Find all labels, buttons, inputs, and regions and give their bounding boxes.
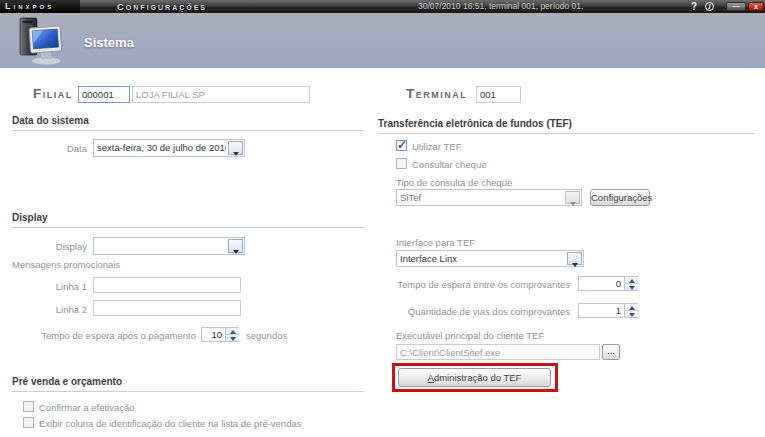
data-label: Data	[20, 143, 87, 154]
tempo-entre-comprovantes-stepper[interactable]: 0	[578, 276, 638, 291]
chevron-down-icon[interactable]	[567, 252, 582, 265]
app-logo: Linxpos	[0, 0, 80, 13]
tempo-espera-pagamento-stepper[interactable]: 10	[201, 327, 239, 342]
window-title: Configurações	[117, 0, 207, 13]
spinner-down-icon[interactable]	[625, 311, 638, 318]
section-pre-venda: Pré venda e orçamento	[12, 376, 364, 392]
titlebar: Linxpos Configurações 30/07/2010 16:51, …	[0, 0, 765, 13]
section-data-do-sistema: Data do sistema	[12, 115, 364, 131]
tempo-espera-pagamento-label: Tempo de espera após o pagamento	[10, 330, 196, 341]
spinner-down-icon[interactable]	[226, 335, 239, 342]
confirmar-efetivacao-checkbox[interactable]	[23, 401, 34, 412]
page-header: Sistema	[0, 13, 765, 68]
minimize-button[interactable]: —	[726, 2, 746, 11]
administracao-tef-button[interactable]: Administração do TEF	[398, 368, 551, 387]
display-combobox[interactable]	[93, 237, 245, 255]
quantidade-vias-stepper[interactable]: 1	[578, 303, 638, 318]
linha2-input[interactable]	[93, 300, 241, 316]
computer-icon	[14, 17, 68, 69]
section-tef: Transferência eletrônica de fundos (TEF)	[378, 118, 755, 134]
interface-tef-value: Interface Linx	[400, 251, 565, 266]
filial-name-input[interactable]	[132, 86, 310, 103]
filial-label: Filial	[33, 86, 73, 101]
info-icon[interactable]: i	[705, 2, 714, 11]
tipo-consulta-cheque-label: Tipo de consulta de cheque	[396, 177, 512, 188]
confirmar-efetivacao-label: Confirmar a efetivação	[39, 402, 135, 413]
help-icon[interactable]: ?	[688, 0, 700, 13]
configuracoes-window: Linxpos Configurações 30/07/2010 16:51, …	[0, 0, 765, 437]
executavel-cliente-tef-label: Executável principal do cliente TEF	[396, 330, 544, 341]
quantidade-vias-label: Quantidade de vias dos comprovantes	[380, 306, 570, 317]
consultar-cheque-label: Consultar cheque	[412, 159, 486, 170]
titlebar-status: 30/07/2010 16:51, terminal 001, período …	[418, 0, 583, 13]
exibir-coluna-label: Exibir coluna de identificação do client…	[39, 418, 301, 429]
section-display: Display	[12, 212, 364, 228]
tipo-consulta-cheque-combobox[interactable]: SiTef	[396, 189, 582, 206]
display-label: Display	[20, 241, 87, 252]
page-title: Sistema	[84, 35, 134, 50]
linha2-label: Linha 2	[20, 304, 87, 315]
spinner-down-icon[interactable]	[625, 284, 638, 291]
chevron-down-icon[interactable]	[565, 191, 580, 204]
interface-tef-combobox[interactable]: Interface Linx	[396, 250, 584, 267]
tempo-espera-pagamento-value: 10	[204, 328, 222, 341]
executavel-cliente-tef-input[interactable]	[396, 344, 600, 360]
quantidade-vias-value: 1	[581, 304, 621, 317]
configuracoes-button[interactable]: Configurações	[590, 189, 650, 206]
linha1-label: Linha 1	[20, 281, 87, 292]
terminal-input[interactable]	[476, 86, 521, 103]
segundos-label: segundos	[246, 330, 287, 341]
utilizar-tef-checkbox[interactable]	[396, 140, 407, 151]
chevron-down-icon[interactable]	[228, 239, 243, 253]
chevron-down-icon[interactable]	[228, 141, 243, 155]
system-date-value: sexta-feira, 30 de julho de 2010	[97, 140, 226, 156]
system-date-combobox[interactable]: sexta-feira, 30 de julho de 2010	[93, 139, 245, 157]
filial-code-input[interactable]	[78, 86, 130, 103]
consultar-cheque-checkbox[interactable]	[396, 158, 407, 169]
mensagens-promocionais-label: Mensagens promocionais	[12, 259, 120, 270]
utilizar-tef-label: Utilizar TEF	[412, 141, 461, 152]
tempo-entre-comprovantes-label: Tempo de espera entre os comprovantes	[380, 279, 570, 290]
browse-button[interactable]: ...	[602, 344, 620, 360]
interface-tef-label: Interface para TEF	[396, 237, 475, 248]
terminal-label: Terminal	[406, 86, 467, 101]
close-button[interactable]: x	[748, 2, 764, 11]
tipo-consulta-cheque-value: SiTef	[400, 190, 563, 205]
tempo-entre-comprovantes-value: 0	[581, 277, 621, 290]
display-value	[97, 238, 226, 254]
linha1-input[interactable]	[93, 277, 241, 293]
exibir-coluna-checkbox[interactable]	[23, 417, 34, 428]
